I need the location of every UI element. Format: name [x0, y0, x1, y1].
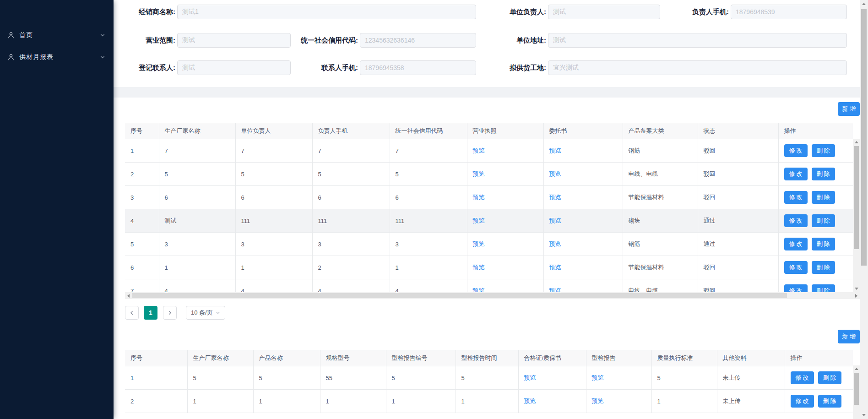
preview-link[interactable]: 预览 — [549, 194, 561, 201]
unit-head-field[interactable] — [548, 5, 660, 19]
cell-ops: 修改删除 — [785, 366, 853, 390]
table1-horizontal-scrollbar[interactable] — [125, 292, 860, 299]
preview-link[interactable]: 预览 — [549, 217, 561, 224]
cell-ops: 修改删除 — [778, 233, 853, 256]
preview-link[interactable]: 预览 — [549, 264, 561, 271]
delete-button[interactable]: 删除 — [818, 371, 841, 384]
pagination-next-button[interactable] — [163, 306, 177, 320]
head-phone-field[interactable] — [731, 5, 847, 19]
table-header-row: 序号生产厂家名称产品名称规格型号型检报告编号型检报告时间合格证/质保书型检报告质… — [125, 350, 853, 366]
scroll-down-arrow-icon[interactable] — [862, 414, 866, 416]
preview-link[interactable]: 预览 — [473, 170, 485, 177]
edit-button[interactable]: 修改 — [784, 214, 808, 227]
column-header-factory: 生产厂家名称 — [159, 123, 235, 139]
scroll-right-arrow-icon[interactable] — [855, 294, 857, 298]
preview-link[interactable]: 预览 — [592, 397, 604, 404]
delete-button[interactable]: 删除 — [812, 191, 835, 204]
edit-button[interactable]: 修改 — [784, 238, 808, 250]
table2-vertical-scrollbar[interactable] — [853, 365, 860, 419]
sidebar-item-home[interactable]: 首页 — [0, 26, 114, 44]
cell-ops: 修改删除 — [778, 163, 853, 186]
credit-code-field[interactable] — [360, 33, 476, 48]
pagination-prev-button[interactable] — [125, 306, 139, 320]
cell-product: 1 — [253, 390, 320, 413]
column-header-cert: 合格证/质保书 — [518, 350, 586, 366]
add-product-button[interactable]: 新增 — [838, 330, 860, 343]
pagination-page-1[interactable]: 1 — [144, 306, 157, 320]
edit-button[interactable]: 修改 — [791, 395, 814, 408]
cell-status: 驳回 — [698, 186, 778, 209]
delete-button[interactable]: 删除 — [812, 144, 835, 157]
business-scope-field[interactable] — [177, 33, 291, 48]
preview-link[interactable]: 预览 — [549, 147, 561, 154]
page-size-select[interactable]: 10 条/页 — [186, 306, 225, 320]
preview-link[interactable]: 预览 — [473, 217, 485, 224]
add-factory-button[interactable]: 新增 — [838, 102, 860, 116]
preview-link[interactable]: 预览 — [592, 374, 604, 381]
cell-proxy: 预览 — [543, 186, 623, 209]
preview-link[interactable]: 预览 — [473, 240, 485, 247]
preview-link[interactable]: 预览 — [473, 287, 485, 292]
cell-no: 7 — [125, 279, 159, 293]
delete-button[interactable]: 删除 — [812, 214, 835, 227]
page-vertical-scrollbar[interactable] — [860, 0, 868, 419]
scroll-left-arrow-icon[interactable] — [127, 294, 130, 298]
table1-vertical-scrollbar[interactable] — [853, 139, 860, 292]
scroll-down-arrow-icon[interactable] — [855, 288, 858, 290]
cell-model: 1 — [320, 390, 386, 413]
edit-button[interactable]: 修改 — [784, 284, 808, 292]
delete-button[interactable]: 删除 — [812, 284, 835, 292]
edit-button[interactable]: 修改 — [784, 191, 808, 204]
column-header-model: 规格型号 — [320, 350, 386, 366]
edit-button[interactable]: 修改 — [784, 144, 808, 157]
preview-link[interactable]: 预览 — [473, 264, 485, 271]
scrollbar-thumb[interactable] — [854, 373, 859, 405]
cell-report: 预览 — [586, 366, 651, 390]
cell-proxy: 预览 — [543, 256, 623, 279]
cell-factory: 1 — [187, 390, 253, 413]
column-header-proxy: 委托书 — [543, 123, 623, 139]
preview-link[interactable]: 预览 — [549, 170, 561, 177]
scrollbar-thumb[interactable] — [854, 146, 859, 249]
cell-head: 111 — [235, 209, 312, 233]
preview-link[interactable]: 预览 — [549, 240, 561, 247]
edit-button[interactable]: 修改 — [784, 168, 808, 180]
scrollbar-thumb[interactable] — [861, 9, 867, 266]
edit-button[interactable]: 修改 — [791, 371, 814, 384]
cell-phone: 111 — [312, 209, 390, 233]
preview-link[interactable]: 预览 — [524, 374, 536, 381]
cell-license: 预览 — [467, 256, 543, 279]
sidebar-item-monthly-report[interactable]: 供材月报表 — [0, 48, 114, 66]
scroll-up-arrow-icon[interactable] — [862, 3, 866, 5]
preview-link[interactable]: 预览 — [473, 194, 485, 201]
cell-other: 未上传 — [717, 390, 785, 413]
cell-head: 7 — [235, 139, 312, 163]
cell-factory: 7 — [159, 139, 235, 163]
cell-status: 通过 — [698, 233, 778, 256]
edit-button[interactable]: 修改 — [784, 261, 808, 274]
contact-name-label: 登记联系人: — [117, 60, 175, 75]
delete-button[interactable]: 删除 — [812, 168, 835, 180]
contact-name-field[interactable] — [177, 60, 291, 75]
supply-site-field[interactable] — [548, 60, 847, 75]
cell-status: 驳回 — [698, 256, 778, 279]
scroll-up-arrow-icon[interactable] — [855, 368, 858, 370]
preview-link[interactable]: 预览 — [473, 147, 485, 154]
scrollbar-thumb[interactable] — [132, 293, 787, 298]
unit-address-field[interactable] — [548, 33, 847, 48]
cell-proxy: 预览 — [543, 139, 623, 163]
dealer-name-field[interactable] — [177, 5, 476, 19]
column-header-ops: 操作 — [778, 123, 853, 139]
preview-link[interactable]: 预览 — [524, 397, 536, 404]
chevron-left-icon — [129, 310, 135, 316]
delete-button[interactable]: 删除 — [812, 238, 835, 250]
sidebar-item-label: 供材月报表 — [19, 53, 100, 61]
contact-phone-field[interactable] — [360, 60, 476, 75]
cell-no: 1 — [125, 366, 187, 390]
scroll-up-arrow-icon[interactable] — [855, 141, 858, 143]
preview-link[interactable]: 预览 — [549, 287, 561, 292]
delete-button[interactable]: 删除 — [818, 395, 841, 408]
delete-button[interactable]: 删除 — [812, 261, 835, 274]
chevron-right-icon — [167, 310, 173, 316]
cell-head: 1 — [235, 256, 312, 279]
